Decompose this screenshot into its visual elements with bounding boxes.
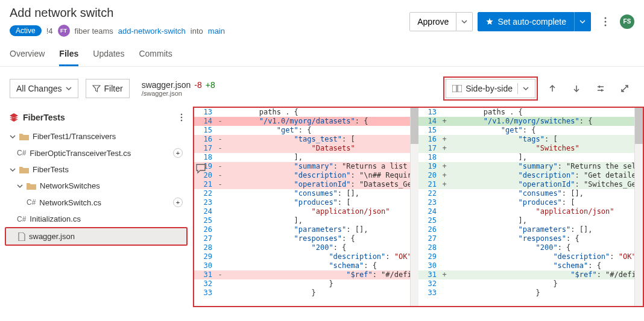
target-branch-link[interactable]: main [208, 26, 225, 36]
diff-line[interactable]: 29 "description": "OK", [194, 252, 410, 261]
source-branch-link[interactable]: add-network-switch [118, 26, 186, 36]
diff-line[interactable]: 29 "description": "OK", [418, 252, 634, 261]
tree-item[interactable]: FiberTests [5, 161, 188, 178]
more-actions-button[interactable] [596, 12, 615, 31]
diff-line[interactable]: 17+ "Switches" [418, 144, 634, 153]
diff-line[interactable]: 32 } [418, 279, 634, 288]
diff-line[interactable]: 23 "produces": [ [194, 198, 410, 207]
line-number: 16 [418, 135, 440, 144]
tree-item[interactable]: swagger.json [5, 227, 188, 246]
filter-label: Filter [104, 84, 123, 93]
diff-line[interactable]: 25 ], [418, 216, 634, 225]
diff-line[interactable]: 14+ "/v1.0/myorg/switches": { [418, 117, 634, 126]
autocomplete-dropdown[interactable] [574, 12, 591, 31]
diff-line[interactable]: 30 "schema": { [194, 261, 410, 270]
set-autocomplete-button[interactable]: Set auto-complete [478, 12, 574, 31]
tree-item[interactable]: FiberTest1/Transceivers [5, 128, 188, 145]
diff-line[interactable]: 18 ], [194, 153, 410, 162]
diff-line[interactable]: 15 "get": { [418, 126, 634, 135]
tree-item[interactable]: NetworkSwitches [5, 178, 188, 194]
line-number: 22 [418, 189, 440, 198]
tab-overview[interactable]: Overview [10, 44, 45, 66]
tab-updates[interactable]: Updates [93, 44, 124, 66]
diff-line[interactable]: 32 } [194, 279, 410, 288]
diff-line[interactable]: 31+ "$ref": "#/definit [418, 270, 634, 279]
diff-line[interactable]: 31- "$ref": "#/definit [194, 270, 410, 279]
diff-marker: + [440, 180, 449, 189]
fullscreen-button[interactable] [615, 79, 634, 98]
prev-diff-button[interactable] [543, 79, 562, 98]
diff-right-pane[interactable]: 13 paths . {14+ "/v1.0/myorg/switches": … [418, 108, 634, 306]
diff-line[interactable]: 13 paths . { [418, 108, 634, 117]
diff-line[interactable]: 19- "summary": "Returns a list of [194, 162, 410, 171]
tab-files[interactable]: Files [59, 44, 78, 66]
diff-line[interactable]: 24 "application/json" [194, 207, 410, 216]
line-number: 31 [194, 270, 216, 279]
diff-marker [216, 261, 224, 270]
diff-line[interactable]: 27 "responses": { [418, 234, 634, 243]
left-scrollbar[interactable] [410, 108, 418, 306]
add-badge[interactable]: + [173, 198, 183, 207]
right-scrollbar[interactable] [634, 108, 643, 306]
filter-button[interactable]: Filter [86, 79, 130, 98]
diff-line[interactable]: 26 "parameters": [], [194, 225, 410, 234]
tree-item[interactable]: C#Initialization.cs [5, 211, 188, 227]
diff-line[interactable]: 24 "application/json" [418, 207, 634, 216]
diff-line[interactable]: 21+ "operationId": "Switches_GetSw [418, 180, 634, 189]
diff-line[interactable]: 19+ "summary": "Returns the select [418, 162, 634, 171]
diff-line[interactable]: 14- "/v1.0/myorg/datasets": { [194, 117, 410, 126]
diff-line[interactable]: 16+ "tags": [ [418, 135, 634, 144]
diff-line[interactable]: 20- "description": "\n## Required [194, 171, 410, 180]
scrollbar-thumb[interactable] [635, 108, 643, 144]
diff-line[interactable]: 22 "consumes": [], [194, 189, 410, 198]
code-content: "description": "Get detailed s [449, 171, 634, 180]
diff-marker [440, 198, 449, 207]
file-icon [18, 232, 25, 241]
add-badge[interactable]: + [173, 148, 183, 158]
next-diff-button[interactable] [567, 79, 586, 98]
diff-line[interactable]: 30 "schema": { [418, 261, 634, 270]
file-type-prefix: C# [27, 198, 36, 207]
diff-line[interactable]: 17- "Datasets" [194, 144, 410, 153]
tab-commits[interactable]: Commits [139, 44, 172, 66]
code-content: ], [224, 153, 410, 162]
diff-line[interactable]: 20+ "description": "Get detailed s [418, 171, 634, 180]
approve-button[interactable]: Approve [409, 12, 456, 31]
diff-line[interactable]: 18 ], [418, 153, 634, 162]
tree-item[interactable]: C#FiberOpticTransceiverTest.cs+ [5, 145, 188, 161]
diff-marker [216, 288, 224, 298]
team-avatar[interactable]: FT [58, 25, 70, 37]
diff-line[interactable]: 23 "produces": [ [418, 198, 634, 207]
diff-line[interactable]: 33 } [194, 288, 410, 298]
chevron-down-icon [10, 167, 16, 173]
changes-dropdown[interactable]: All Changes [10, 79, 78, 98]
diff-line[interactable]: 33 } [418, 288, 634, 298]
user-avatar[interactable]: FS [620, 14, 634, 29]
tree-item[interactable]: C#NetworkSwitch.cs+ [5, 194, 188, 211]
line-number: 28 [194, 243, 216, 252]
approve-dropdown[interactable] [456, 12, 473, 31]
diff-line[interactable]: 15 "get": { [194, 126, 410, 135]
diff-line[interactable]: 16- "tags_test": [ [194, 135, 410, 144]
diff-line[interactable]: 28 "200": { [194, 243, 410, 252]
scrollbar-thumb[interactable] [411, 108, 418, 144]
diff-line[interactable]: 21- "operationId": "Datasets_GetD [194, 180, 410, 189]
changes-label: All Changes [16, 84, 62, 93]
diff-line[interactable]: 27 "responses": { [194, 234, 410, 243]
diff-line[interactable]: 25 ], [194, 216, 410, 225]
diff-marker [440, 126, 449, 135]
repo-more-button[interactable] [180, 113, 183, 122]
diff-line[interactable]: 26 "parameters": [], [418, 225, 634, 234]
code-content: "description": "\n## Required [224, 171, 410, 180]
repo-title-row[interactable]: FiberTests [0, 107, 192, 128]
current-file-path: /swagger.json [142, 90, 215, 97]
comment-icon[interactable] [195, 163, 206, 174]
code-content: paths . { [449, 108, 634, 117]
line-number: 13 [418, 108, 440, 117]
diff-line[interactable]: 13 paths . { [194, 108, 410, 117]
diff-line[interactable]: 28 "200": { [418, 243, 634, 252]
settings-button[interactable] [591, 79, 610, 98]
diff-line[interactable]: 22 "consumes": [], [418, 189, 634, 198]
diff-left-pane[interactable]: 13 paths . {14- "/v1.0/myorg/datasets": … [194, 108, 410, 306]
view-mode-dropdown[interactable]: Side-by-side [446, 79, 535, 98]
